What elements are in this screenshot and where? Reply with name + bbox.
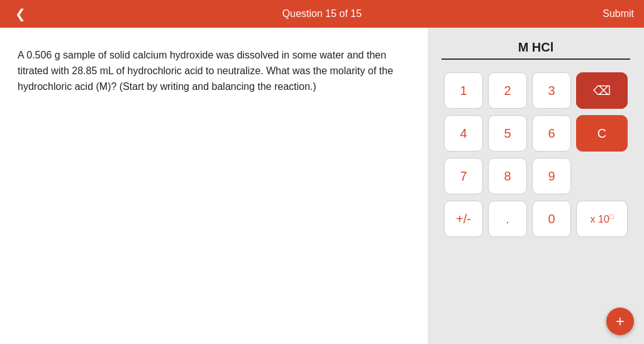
header: ❮ Question 15 of 15 Submit <box>0 0 644 28</box>
question-panel: A 0.506 g sample of solid calcium hydrox… <box>0 28 428 344</box>
key-3[interactable]: 3 <box>532 72 571 109</box>
key-8[interactable]: 8 <box>488 158 527 194</box>
key-plus-minus[interactable]: +/- <box>444 201 483 237</box>
key-9[interactable]: 9 <box>532 158 571 194</box>
key-2[interactable]: 2 <box>488 72 527 109</box>
key-4[interactable]: 4 <box>444 115 483 152</box>
question-progress: Question 15 of 15 <box>282 8 362 19</box>
submit-button[interactable]: Submit <box>602 8 634 19</box>
backspace-button[interactable]: ⌫ <box>576 72 628 109</box>
calc-row-1: 1 2 3 ⌫ <box>441 72 630 109</box>
answer-display: M HCl <box>441 40 630 60</box>
calculator: 1 2 3 ⌫ 4 5 6 C 7 8 9 <box>441 72 630 243</box>
key-decimal[interactable]: . <box>488 201 527 237</box>
main-content: A 0.506 g sample of solid calcium hydrox… <box>0 28 644 344</box>
backspace-icon: ⌫ <box>593 83 611 98</box>
key-7[interactable]: 7 <box>444 158 483 194</box>
calc-row-4: +/- . 0 x 10□ <box>441 201 630 237</box>
calc-row-2: 4 5 6 C <box>441 115 630 152</box>
key-1[interactable]: 1 <box>444 72 483 109</box>
key-x10[interactable]: x 10□ <box>576 201 628 237</box>
answer-label: M HCl <box>441 40 630 60</box>
fab-plus-button[interactable]: + <box>606 308 634 335</box>
back-icon: ❮ <box>15 6 26 21</box>
back-button[interactable]: ❮ <box>10 4 30 24</box>
calc-row-3: 7 8 9 <box>441 158 630 194</box>
calculator-panel: M HCl 1 2 3 ⌫ 4 5 6 C 7 8 <box>428 28 644 344</box>
clear-button[interactable]: C <box>576 115 628 152</box>
question-text: A 0.506 g sample of solid calcium hydrox… <box>18 48 410 94</box>
x10-label: x 10□ <box>591 213 614 225</box>
key-0[interactable]: 0 <box>532 201 571 237</box>
key-6[interactable]: 6 <box>532 115 571 152</box>
key-5[interactable]: 5 <box>488 115 527 152</box>
